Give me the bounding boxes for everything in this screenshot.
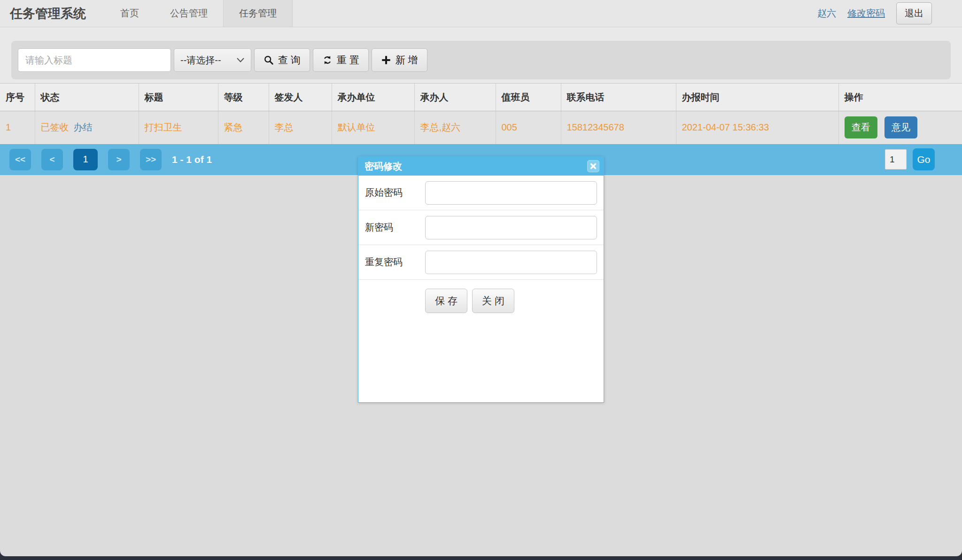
old-password-input[interactable] xyxy=(425,181,597,205)
modal-title: 密码修改 xyxy=(365,160,402,173)
cell-seq: 1 xyxy=(0,111,35,144)
repeat-password-label: 重复密码 xyxy=(365,256,425,268)
refresh-icon xyxy=(322,55,333,65)
page-summary: 1 - 1 of 1 xyxy=(172,154,212,165)
reset-button[interactable]: 重 置 xyxy=(313,48,369,72)
col-unit: 承办单位 xyxy=(332,84,414,111)
col-phone: 联系电话 xyxy=(561,84,676,111)
col-seq: 序号 xyxy=(0,84,35,111)
first-page-button[interactable]: << xyxy=(9,149,31,170)
cell-handler: 李总,赵六 xyxy=(414,111,496,144)
cell-unit: 默认单位 xyxy=(332,111,414,144)
query-button[interactable]: 查 询 xyxy=(254,48,310,72)
cell-time: 2021-04-07 15:36:33 xyxy=(676,111,838,144)
col-status: 状态 xyxy=(35,84,139,111)
add-button-label: 新 增 xyxy=(396,54,418,67)
close-button[interactable]: 关 闭 xyxy=(472,289,514,313)
old-password-row: 原始密码 xyxy=(358,176,604,210)
page-jump-group: Go xyxy=(885,148,935,170)
repeat-password-input[interactable] xyxy=(425,251,597,274)
toolbar: --请选择-- 查 询 xyxy=(11,41,951,79)
password-modal-header: 密码修改 xyxy=(358,157,604,176)
current-user-link[interactable]: 赵六 xyxy=(817,7,836,20)
nav-tab-home[interactable]: 首页 xyxy=(105,0,155,27)
nav-tab-tasks[interactable]: 任务管理 xyxy=(223,0,293,27)
logout-button[interactable]: 退出 xyxy=(896,2,932,24)
select-value: --请选择-- xyxy=(180,54,221,67)
query-button-label: 查 询 xyxy=(278,54,301,67)
col-handler: 承办人 xyxy=(414,84,496,111)
cell-level: 紧急 xyxy=(218,111,269,144)
cell-title: 打扫卫生 xyxy=(139,111,218,144)
toolbar-zone: --请选择-- 查 询 xyxy=(0,27,962,83)
nav-tab-announcements[interactable]: 公告管理 xyxy=(155,0,223,27)
new-password-label: 新密码 xyxy=(365,221,425,234)
task-table: 序号 状态 标题 等级 签发人 承办单位 承办人 值班员 联系电话 办报时间 操… xyxy=(0,83,962,144)
save-button[interactable]: 保 存 xyxy=(425,289,467,313)
cell-issuer: 李总 xyxy=(269,111,332,144)
reset-button-label: 重 置 xyxy=(337,54,359,67)
col-issuer: 签发人 xyxy=(269,84,332,111)
new-password-input[interactable] xyxy=(425,216,597,239)
next-page-button[interactable]: > xyxy=(108,149,130,170)
col-level: 等级 xyxy=(218,84,269,111)
last-page-button[interactable]: >> xyxy=(140,149,162,170)
title-search-input[interactable] xyxy=(18,48,171,72)
cell-phone: 15812345678 xyxy=(561,111,676,144)
navbar: 任务管理系统 首页 公告管理 任务管理 赵六 修改密码 退出 xyxy=(0,0,962,27)
table-row: 1 已签收办结 打扫卫生 紧急 李总 默认单位 李总,赵六 005 158123… xyxy=(0,111,962,144)
change-password-link[interactable]: 修改密码 xyxy=(847,7,885,20)
prev-page-button[interactable]: < xyxy=(41,149,63,170)
search-icon xyxy=(264,55,274,65)
repeat-password-row: 重复密码 xyxy=(358,245,604,280)
view-button[interactable]: 查看 xyxy=(845,116,877,138)
status-filter-select[interactable]: --请选择-- xyxy=(174,48,251,72)
current-page-button[interactable]: 1 xyxy=(73,149,98,170)
modal-actions: 保 存 关 闭 xyxy=(358,280,604,313)
page-jump-input[interactable] xyxy=(885,149,907,169)
cell-status: 已签收办结 xyxy=(35,111,139,144)
go-button[interactable]: Go xyxy=(913,148,935,170)
cell-actions: 查看 意见 xyxy=(838,111,962,144)
app-title: 任务管理系统 xyxy=(10,5,86,22)
new-password-row: 新密码 xyxy=(358,210,604,245)
old-password-label: 原始密码 xyxy=(365,186,425,199)
status-done-link[interactable]: 办结 xyxy=(74,122,93,132)
col-duty: 值班员 xyxy=(496,84,561,111)
opinion-button[interactable]: 意见 xyxy=(884,116,917,138)
cell-duty: 005 xyxy=(496,111,561,144)
plus-icon xyxy=(381,55,391,65)
password-modal: 密码修改 原始密码 新密码 重复密码 保 存 关 闭 xyxy=(358,156,604,403)
add-button[interactable]: 新 增 xyxy=(372,48,427,72)
close-icon[interactable] xyxy=(587,160,599,172)
navbar-right: 赵六 修改密码 退出 xyxy=(817,0,932,27)
col-title: 标题 xyxy=(139,84,218,111)
col-time: 办报时间 xyxy=(676,84,838,111)
chevron-down-icon xyxy=(236,57,245,63)
col-actions: 操作 xyxy=(838,84,962,111)
status-text: 已签收 xyxy=(41,122,69,132)
table-header: 序号 状态 标题 等级 签发人 承办单位 承办人 值班员 联系电话 办报时间 操… xyxy=(0,84,962,111)
